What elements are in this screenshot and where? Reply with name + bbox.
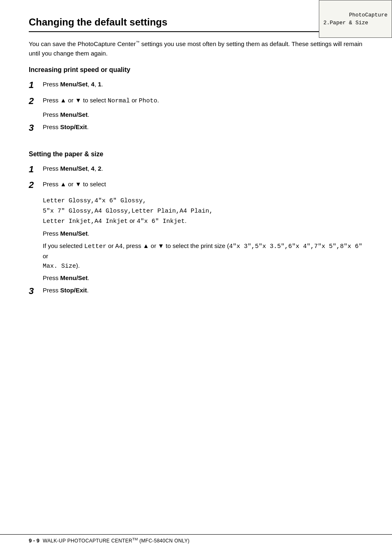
section2-step3: 3 Press Stop/Exit. — [29, 285, 363, 297]
note-letter-code: Letter — [84, 243, 106, 250]
section2-steps: 1 Press Menu/Set, 4, 2. 2 Press ▲ or ▼ t… — [29, 164, 355, 230]
step2-number: 2 — [29, 95, 40, 107]
s2-step1-content: Press Menu/Set, 4, 2. — [43, 164, 355, 173]
note-sizes-code: 4"x 3",5"x 3.5",6"x 4",7"x 5",8"x 6" — [229, 243, 362, 250]
section2-steps-lcd: 1 Press Menu/Set, 4, 2. 2 Press ▲ or ▼ t… — [29, 164, 363, 230]
section2-press-menuset-1: Press Menu/Set. — [43, 230, 363, 237]
section2-step2: 2 Press ▲ or ▼ to select — [29, 179, 355, 191]
section1-heading: Increasing print speed or quality — [29, 66, 363, 74]
note-maxsize-code: Max. Size — [43, 263, 76, 270]
step3-number: 3 — [29, 122, 40, 134]
intro-text: You can save the PhotoCapture Center™ se… — [29, 39, 363, 58]
section1-steps: 1 Press Menu/Set, 4, 1. 2 Press ▲ or ▼ t… — [29, 79, 355, 138]
footer-text: WALK-UP PHOTOCAPTURE CENTERTM (MFC-5840C… — [43, 537, 189, 544]
section1-step1: 1 Press Menu/Set, 4, 1. — [29, 79, 355, 91]
section2-step1: 1 Press Menu/Set, 4, 2. — [29, 164, 355, 176]
section2-press-menuset-2: Press Menu/Set. — [43, 274, 363, 281]
step2-normal-code: Normal — [108, 97, 130, 104]
step1-content: Press Menu/Set, 4, 1. — [43, 79, 355, 89]
step3-stopexit-bold: Stop/Exit — [60, 123, 87, 130]
section1-press-menuset: Press Menu/Set. — [43, 111, 355, 118]
section1-menuset-bold: Menu/Set — [60, 111, 88, 118]
step2-photo-code: Photo — [139, 97, 157, 104]
page-title: Changing the default settings — [29, 16, 363, 32]
step1-1-bold: 1 — [98, 81, 101, 88]
s2-paper-types: Letter Glossy,4"x 6" Glossy,5"x 7" Gloss… — [43, 195, 355, 227]
s2-menuset-bold2: Menu/Set — [60, 274, 88, 281]
paper-types-code: Letter Glossy,4"x 6" Glossy,5"x 7" Gloss… — [43, 197, 213, 225]
s2-menuset-bold1: Menu/Set — [60, 230, 88, 237]
section2-heading: Setting the paper & size — [29, 151, 363, 158]
s2-step1-number: 1 — [29, 164, 40, 176]
section2-lcd-display: PhotoCapture 2.Paper & Size — [319, 0, 392, 38]
note-a4-code: A4 — [115, 243, 123, 250]
s2-step3-stopexit-bold: Stop/Exit — [60, 287, 87, 294]
step1-4-bold: 4 — [91, 81, 95, 88]
footer-tm: TM — [132, 537, 138, 541]
s2-step1-2-bold: 2 — [98, 165, 101, 172]
s2-step1-4-bold: 4 — [91, 165, 95, 172]
step1-number: 1 — [29, 79, 40, 91]
section-increasing-print-speed: Increasing print speed or quality 1 Pres… — [29, 66, 363, 138]
section1-step2: 2 Press ▲ or ▼ to select Normal or Photo… — [29, 95, 355, 107]
section1-steps-lcd: 1 Press Menu/Set, 4, 1. 2 Press ▲ or ▼ t… — [29, 79, 363, 138]
section-setting-paper-size: Setting the paper & size 1 Press Menu/Se… — [29, 151, 363, 297]
footer-page-number: 9 - 9 — [29, 537, 39, 544]
s2-step2-content: Press ▲ or ▼ to select — [43, 179, 355, 189]
step1-menuset-bold: Menu/Set — [60, 81, 88, 88]
lcd2-line1: PhotoCapture — [349, 12, 387, 18]
s2-step3-number: 3 — [29, 285, 40, 297]
lcd2-line2: 2.Paper & Size — [323, 20, 368, 26]
page-footer: 9 - 9 WALK-UP PHOTOCAPTURE CENTERTM (MFC… — [0, 534, 392, 544]
s2-step3-content: Press Stop/Exit. — [43, 285, 363, 295]
s2-step2-number: 2 — [29, 179, 40, 191]
section2-note: If you selected Letter or A4, press ▲ or… — [43, 241, 363, 271]
step2-content: Press ▲ or ▼ to select Normal or Photo. — [43, 95, 355, 106]
section1-step3: 3 Press Stop/Exit. — [29, 122, 355, 134]
paper-inkjet-code: 4"x 6" Inkjet — [137, 218, 185, 225]
step3-content: Press Stop/Exit. — [43, 122, 355, 132]
s2-step1-menuset-bold: Menu/Set — [60, 165, 88, 172]
